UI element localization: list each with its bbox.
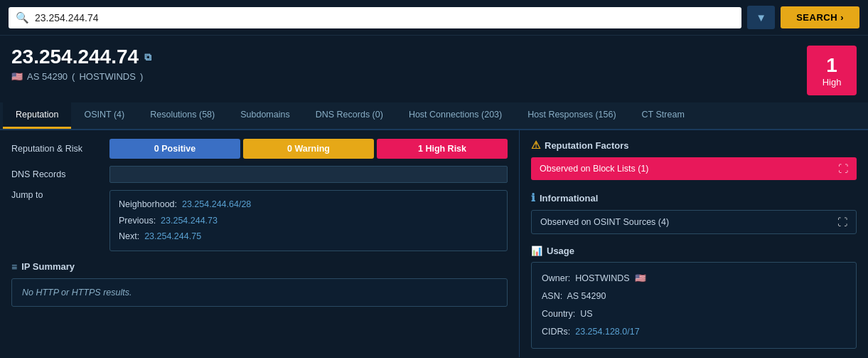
risk-badge: 1 High: [807, 46, 857, 95]
search-input[interactable]: [35, 12, 734, 23]
informational-label: Informational: [540, 193, 598, 204]
previous-row: Previous: 23.254.244.73: [119, 213, 498, 229]
filter-button[interactable]: ▼: [747, 6, 775, 29]
warning-button[interactable]: 0 Warning: [243, 139, 374, 159]
country-label: Country:: [542, 309, 575, 319]
informational-section: ℹ Informational Observed on OSINT Source…: [531, 191, 857, 234]
highrisk-button[interactable]: 1 High Risk: [377, 139, 508, 159]
osint-row[interactable]: Observed on OSINT Sources (4) ⛶: [531, 210, 857, 234]
rep-bar-group: 0 Positive 0 Warning 1 High Risk: [109, 139, 508, 159]
search-input-wrapper: 🔍: [9, 7, 741, 28]
jump-to-label: Jump to: [11, 190, 104, 200]
org-name: (: [72, 71, 75, 82]
risk-score: 1: [826, 54, 837, 77]
next-link[interactable]: 23.254.244.75: [144, 231, 201, 241]
summary-icon: ≡: [11, 261, 17, 273]
jump-box: Neighborhood: 23.254.244.64/28 Previous:…: [109, 190, 508, 251]
ip-summary-box: No HTTP or HTTPS results.: [11, 278, 508, 307]
osint-expand-icon: ⛶: [837, 216, 847, 228]
ip-summary-content: No HTTP or HTTPS results.: [22, 288, 132, 298]
ip-address: 23.254.244.74: [11, 46, 139, 68]
asn-value: AS 54290: [27, 71, 68, 82]
previous-link[interactable]: 23.254.244.73: [161, 216, 218, 226]
search-button[interactable]: SEARCH ›: [781, 6, 859, 28]
reputation-risk-label: Reputation & Risk: [11, 144, 104, 154]
cidrs-link[interactable]: 23.254.128.0/17: [575, 327, 639, 337]
flag-icon: 🇺🇸: [11, 71, 23, 82]
next-row: Next: 23.254.244.75: [119, 228, 498, 245]
ip-subtitle: 🇺🇸 AS 54290 (HOSTWINDS): [11, 71, 151, 82]
tab-osint[interactable]: OSINT (4): [71, 102, 137, 129]
owner-value: HOSTWINDS: [575, 273, 629, 283]
search-icon: 🔍: [16, 11, 29, 24]
country-row: Country: US: [542, 305, 846, 323]
blocklist-row[interactable]: Observed on Block Lists (1) ⛶: [531, 157, 857, 180]
cidrs-label: CIDRs:: [542, 327, 570, 337]
dns-records-row: DNS Records: [11, 166, 508, 183]
info-icon: ℹ: [531, 191, 535, 204]
warning-triangle-icon: ⚠: [531, 139, 540, 152]
neighborhood-row: Neighborhood: 23.254.244.64/28: [119, 196, 498, 213]
next-label: Next:: [119, 231, 139, 241]
tab-host-responses[interactable]: Host Responses (156): [515, 102, 628, 129]
owner-label: Owner:: [542, 273, 570, 283]
country-value: US: [580, 309, 592, 319]
tab-dns-records[interactable]: DNS Records (0): [303, 102, 396, 129]
asn-row: ASN: AS 54290: [542, 288, 846, 305]
osint-label: Observed on OSINT Sources (4): [540, 217, 669, 227]
risk-level: High: [823, 77, 842, 88]
cidrs-row: CIDRs: 23.254.128.0/17: [542, 323, 846, 341]
tab-resolutions[interactable]: Resolutions (58): [137, 102, 227, 129]
usage-label: Usage: [547, 246, 574, 256]
tab-subdomains[interactable]: Subdomains: [227, 102, 303, 129]
reputation-risk-row: Reputation & Risk 0 Positive 0 Warning 1…: [11, 139, 508, 159]
informational-title: ℹ Informational: [531, 191, 857, 204]
ip-summary-title: ≡ IP Summary: [11, 261, 508, 273]
tab-host-connections[interactable]: Host Connections (203): [396, 102, 515, 129]
dns-records-label: DNS Records: [11, 169, 104, 179]
ip-info: 23.254.244.74 ⧉ 🇺🇸 AS 54290 (HOSTWINDS): [11, 46, 151, 82]
jump-to-row: Jump to Neighborhood: 23.254.244.64/28 P…: [11, 190, 508, 251]
ip-title: 23.254.244.74 ⧉: [11, 46, 151, 68]
neighborhood-label: Neighborhood:: [119, 199, 177, 209]
ip-summary-label: IP Summary: [21, 261, 75, 272]
usage-section: 📊 Usage Owner: HOSTWINDS 🇺🇸 ASN: AS 5429…: [531, 246, 857, 349]
usage-title: 📊 Usage: [531, 246, 857, 256]
asn-value-usage: AS 54290: [567, 291, 606, 301]
previous-label: Previous:: [119, 216, 156, 226]
tab-ct-stream[interactable]: CT Stream: [629, 102, 697, 129]
neighborhood-link[interactable]: 23.254.244.64/28: [182, 199, 251, 209]
org-value: HOSTWINDS: [79, 71, 135, 82]
reputation-factors-label: Reputation Factors: [545, 140, 628, 151]
owner-flag: 🇺🇸: [635, 273, 646, 283]
positive-button[interactable]: 0 Positive: [109, 139, 240, 159]
owner-row: Owner: HOSTWINDS 🇺🇸: [542, 270, 846, 288]
tabs-bar: Reputation OSINT (4) Resolutions (58) Su…: [0, 102, 868, 130]
search-bar: 🔍 ▼ SEARCH ›: [0, 0, 868, 36]
tab-reputation[interactable]: Reputation: [3, 102, 71, 129]
ip-summary-section: ≡ IP Summary No HTTP or HTTPS results.: [11, 261, 508, 307]
usage-chart-icon: 📊: [531, 246, 542, 256]
usage-box: Owner: HOSTWINDS 🇺🇸 ASN: AS 54290 Countr…: [531, 262, 857, 349]
left-panel: Reputation & Risk 0 Positive 0 Warning 1…: [0, 130, 520, 357]
reputation-factors-section: ⚠ Reputation Factors Observed on Block L…: [531, 139, 857, 180]
right-panel: ⚠ Reputation Factors Observed on Block L…: [520, 130, 868, 357]
main-content: Reputation & Risk 0 Positive 0 Warning 1…: [0, 130, 868, 357]
ip-header: 23.254.244.74 ⧉ 🇺🇸 AS 54290 (HOSTWINDS) …: [0, 36, 868, 102]
blocklist-label: Observed on Block Lists (1): [540, 164, 649, 174]
reputation-factors-title: ⚠ Reputation Factors: [531, 139, 857, 152]
expand-icon: ⛶: [838, 163, 848, 174]
copy-icon[interactable]: ⧉: [144, 51, 151, 63]
dns-input-box: [109, 166, 508, 183]
asn-label: ASN:: [542, 291, 562, 301]
